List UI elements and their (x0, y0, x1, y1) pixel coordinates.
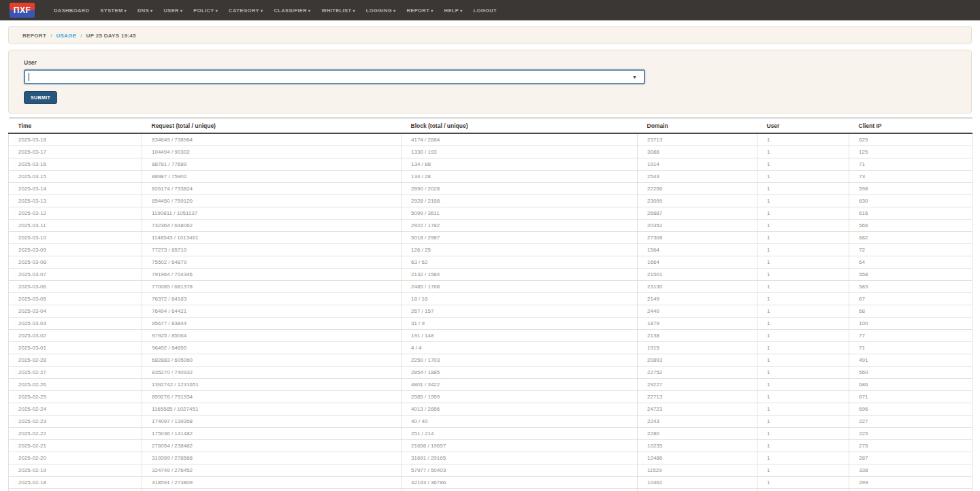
table-row: 2025-02-17301589 / 26271324771 / 2257511… (9, 489, 973, 491)
table-cell: 2025-03-16 (9, 158, 142, 171)
nav-item-user[interactable]: USER▾ (164, 7, 183, 14)
table-row: 2025-03-13854450 / 7591202928 / 21582309… (9, 195, 973, 207)
table-cell: 1 (757, 146, 849, 158)
table-row: 2025-03-07791964 / 7043462132 / 15842150… (9, 269, 973, 281)
breadcrumb-item-usage[interactable]: USAGE (56, 33, 76, 39)
table-row: 2025-03-0476494 / 64421267 / 1572440168 (9, 305, 973, 318)
table-cell: 23099 (638, 195, 757, 207)
usage-table-wrap: TimeRequest (total / unique)Block (total… (8, 118, 972, 491)
table-cell: 22713 (638, 391, 757, 403)
nav-item-dashboard[interactable]: DASHBOARD (54, 7, 89, 14)
column-header-block-total-unique[interactable]: Block (total / unique) (402, 118, 638, 134)
table-row: 2025-03-101148543 / 10134615018 / 298727… (9, 232, 973, 244)
nav-item-report[interactable]: REPORT▾ (407, 7, 434, 14)
column-header-user[interactable]: User (757, 118, 849, 134)
table-cell: 583 (849, 281, 973, 293)
table-cell: 1914 (638, 158, 757, 171)
table-row: 2025-02-20319399 / 27856831691 / 2916512… (9, 452, 973, 464)
table-cell: 1 (757, 342, 849, 354)
column-header-request-total-unique[interactable]: Request (total / unique) (142, 118, 402, 134)
table-cell: 275 (849, 440, 973, 452)
table-cell: 4013 / 2856 (402, 403, 638, 416)
table-cell: 12486 (638, 452, 757, 464)
table-row: 2025-03-06770085 / 6813782485 / 17682313… (9, 281, 973, 293)
nxf-logo[interactable]: ΠXF (10, 3, 35, 18)
nav-item-help[interactable]: HELP▾ (444, 7, 463, 14)
table-cell: 10235 (638, 440, 757, 452)
table-cell: 1 (757, 367, 849, 379)
table-cell: 287 (849, 452, 973, 464)
table-row: 2025-03-0875502 / 6487963 / 621664164 (9, 256, 973, 269)
column-header-time[interactable]: Time (9, 118, 142, 134)
column-header-client-ip[interactable]: Client IP (849, 118, 973, 134)
table-cell: 31691 / 29165 (402, 452, 638, 464)
table-cell: 1148543 / 1013461 (142, 232, 402, 244)
table-cell: 1 (757, 464, 849, 477)
table-cell: 175036 / 141482 (142, 428, 402, 440)
table-cell: 227 (849, 416, 973, 428)
table-body: 2025-03-18834649 / 7389644174 / 26842371… (9, 133, 973, 491)
nav-item-policy[interactable]: POLICY▾ (193, 7, 218, 14)
table-cell: 2025-02-22 (9, 428, 142, 440)
table-cell: 1 (757, 477, 849, 489)
table-cell: 2132 / 1584 (402, 269, 638, 281)
table-cell: 29227 (638, 379, 757, 391)
table-cell: 859276 / 751934 (142, 391, 402, 403)
table-cell: 97925 / 85064 (142, 330, 402, 342)
nav-item-dns[interactable]: DNS▾ (137, 7, 152, 14)
chevron-down-icon: ▼ (632, 75, 637, 80)
table-cell: 104494 / 90302 (142, 146, 402, 158)
table-cell: 834649 / 738964 (142, 133, 402, 146)
chevron-down-icon: ▾ (180, 9, 182, 13)
nav-item-logout[interactable]: LOGOUT (474, 7, 497, 14)
table-cell: 3088 (638, 146, 757, 158)
table-cell: 598 (849, 183, 973, 195)
table-cell: 1 (757, 281, 849, 293)
table-cell: 134 / 28 (402, 171, 638, 183)
table-cell: 31 / 9 (402, 318, 638, 330)
breadcrumb: REPORT/USAGE/UP 25 DAYS 19:45 (8, 26, 972, 44)
table-cell: 27308 (638, 232, 757, 244)
column-header-domain[interactable]: Domain (638, 118, 757, 134)
nav-item-logging[interactable]: LOGGING▾ (366, 7, 396, 14)
table-row: 2025-03-18834649 / 7389644174 / 26842371… (9, 133, 973, 146)
table-cell: 20893 (638, 354, 757, 367)
table-cell: 2025-03-12 (9, 207, 142, 220)
table-cell: 63 / 62 (402, 256, 638, 269)
table-cell: 1 (757, 244, 849, 256)
table-row: 2025-02-18318591 / 27380942143 / 3678610… (9, 477, 973, 489)
table-cell: 22752 (638, 367, 757, 379)
table-cell: 67 (849, 293, 973, 305)
table-row: 2025-02-22175036 / 141482251 / 214228012… (9, 428, 973, 440)
table-cell: 21501 (638, 269, 757, 281)
table-cell: 1 (757, 416, 849, 428)
table-cell: 73 (849, 171, 973, 183)
table-cell: 2025-03-11 (9, 220, 142, 232)
user-select[interactable]: ▼ (24, 69, 645, 84)
table-cell: 95677 / 83844 (142, 318, 402, 330)
nav-item-whitelist[interactable]: WHITELIST▾ (321, 7, 355, 14)
table-cell: 682 (849, 232, 973, 244)
table-cell: 5018 / 2987 (402, 232, 638, 244)
submit-button[interactable]: SUBMIT (24, 91, 57, 104)
table-cell: 68 (849, 305, 973, 318)
table-row: 2025-02-241165585 / 10274514013 / 285624… (9, 403, 973, 416)
table-cell: 77273 / 65710 (142, 244, 402, 256)
table-cell: 22256 (638, 183, 757, 195)
table-cell: 75502 / 64879 (142, 256, 402, 269)
table-cell: 287 (849, 489, 973, 491)
table-cell: 88987 / 75902 (142, 171, 402, 183)
table-cell: 1 (757, 183, 849, 195)
table-row: 2025-03-1688781 / 77689134 / 881914171 (9, 158, 973, 171)
nav-item-classifier[interactable]: CLASSIFIER▾ (274, 7, 310, 14)
nav-item-category[interactable]: CATEGORY▾ (229, 7, 263, 14)
table-cell: 1 (757, 195, 849, 207)
table-cell: 10462 (638, 477, 757, 489)
table-cell: 77 (849, 330, 973, 342)
table-cell: 671 (849, 391, 973, 403)
nav-item-system[interactable]: SYSTEM▾ (100, 7, 127, 14)
table-cell: 1 (757, 293, 849, 305)
table-cell: 682883 / 605060 (142, 354, 402, 367)
table-cell: 42143 / 36786 (402, 477, 638, 489)
table-cell: 299 (849, 477, 973, 489)
